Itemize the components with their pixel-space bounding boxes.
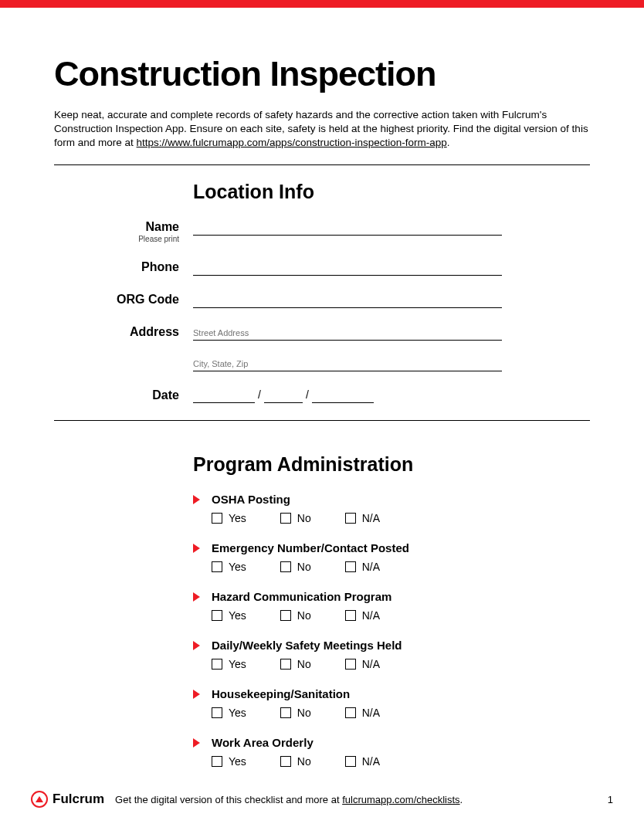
option-na[interactable]: N/A [345,512,380,524]
intro-suffix: . [447,137,450,148]
option-no[interactable]: No [280,512,311,524]
arrow-right-icon [193,495,200,504]
checkbox-icon[interactable] [345,707,356,718]
option-no-label: No [297,609,311,622]
option-no[interactable]: No [280,609,311,622]
option-na[interactable]: N/A [345,561,380,573]
check-item-title: OSHA Posting [212,493,590,506]
checkbox-icon[interactable] [280,610,291,621]
check-options: YesNoN/A [212,561,590,573]
date-label: Date [152,388,179,402]
checkbox-icon[interactable] [280,561,291,572]
date-year[interactable] [312,388,374,403]
option-no[interactable]: No [280,707,311,719]
phone-label: Phone [141,260,179,273]
checkbox-icon[interactable] [345,610,356,621]
checkbox-icon[interactable] [280,756,291,767]
option-yes[interactable]: Yes [212,707,246,719]
intro-link[interactable]: https://www.fulcrumapp.com/apps/construc… [137,137,447,148]
checkbox-icon[interactable] [212,561,222,572]
check-item-title: Work Area Orderly [212,736,590,749]
city-input[interactable] [193,358,502,371]
check-options: YesNoN/A [212,609,590,622]
option-na-label: N/A [362,707,380,719]
option-yes-label: Yes [229,561,246,573]
arrow-right-icon [193,592,200,602]
top-accent-bar [0,0,644,8]
checkbox-icon[interactable] [212,513,222,524]
check-item: Emergency Number/Contact PostedYesNoN/A [193,541,590,573]
field-address: Address [54,325,590,371]
checkbox-icon[interactable] [345,513,356,524]
footer-link[interactable]: fulcrumapp.com/checklists [342,794,459,805]
option-yes[interactable]: Yes [212,561,246,573]
field-org: ORG Code [54,293,590,308]
location-section: Location Info Name Please print Phone OR… [54,165,590,403]
checkbox-icon[interactable] [345,756,356,767]
name-label: Name [145,220,179,233]
checkbox-icon[interactable] [212,659,222,670]
footer-suffix: . [460,794,463,805]
street-input[interactable] [193,327,502,341]
field-phone: Phone [54,260,590,276]
option-na-label: N/A [362,512,380,524]
option-yes[interactable]: Yes [212,512,246,524]
option-na[interactable]: N/A [345,707,380,719]
org-label: ORG Code [117,293,179,306]
check-options: YesNoN/A [212,512,590,524]
brand-name: Fulcrum [53,792,104,807]
option-yes[interactable]: Yes [212,755,246,768]
option-na[interactable]: N/A [345,609,380,622]
checkbox-icon[interactable] [212,756,222,767]
option-yes-label: Yes [229,609,246,622]
logo-triangle-icon [36,796,43,802]
program-section: Program Administration OSHA PostingYesNo… [54,438,590,768]
arrow-right-icon [193,738,200,748]
check-item: Hazard Communication ProgramYesNoN/A [193,590,590,622]
phone-input[interactable] [193,262,502,276]
check-item-title: Emergency Number/Contact Posted [212,541,590,554]
intro-paragraph: Keep neat, accurate and complete records… [54,108,590,151]
option-yes-label: Yes [229,707,246,719]
checkbox-icon[interactable] [280,707,291,718]
checkbox-icon[interactable] [280,513,291,524]
program-heading: Program Administration [193,453,590,476]
arrow-right-icon [193,544,200,553]
footer-text: Get the digital version of this checklis… [115,794,463,805]
option-yes[interactable]: Yes [212,609,246,622]
name-input[interactable] [193,222,502,236]
logo-circle-icon [31,791,48,808]
checkbox-icon[interactable] [212,707,222,718]
option-na-label: N/A [362,658,380,670]
date-day[interactable] [264,388,303,403]
footer: Fulcrum Get the digital version of this … [31,791,613,808]
option-no-label: No [297,755,311,768]
option-no[interactable]: No [280,658,311,670]
check-options: YesNoN/A [212,755,590,768]
org-input[interactable] [193,294,502,308]
check-item: Daily/Weekly Safety Meetings HeldYesNoN/… [193,639,590,670]
option-yes-label: Yes [229,658,246,670]
checkbox-icon[interactable] [212,610,222,621]
option-na[interactable]: N/A [345,658,380,670]
option-no-label: No [297,658,311,670]
field-name: Name Please print [54,220,590,243]
check-options: YesNoN/A [212,707,590,719]
checkbox-icon[interactable] [345,561,356,572]
date-month[interactable] [193,388,255,403]
option-na[interactable]: N/A [345,755,380,768]
checkbox-icon[interactable] [345,659,356,670]
page-content: Construction Inspection Keep neat, accur… [0,8,644,768]
arrow-right-icon [193,641,200,650]
check-item: Work Area OrderlyYesNoN/A [193,736,590,768]
page-title: Construction Inspection [54,54,590,94]
option-no[interactable]: No [280,561,311,573]
date-sep-2: / [303,388,312,403]
option-yes-label: Yes [229,512,246,524]
option-no-label: No [297,707,311,719]
option-no[interactable]: No [280,755,311,768]
option-yes[interactable]: Yes [212,658,246,670]
option-no-label: No [297,561,311,573]
checkbox-icon[interactable] [280,659,291,670]
option-na-label: N/A [362,561,380,573]
